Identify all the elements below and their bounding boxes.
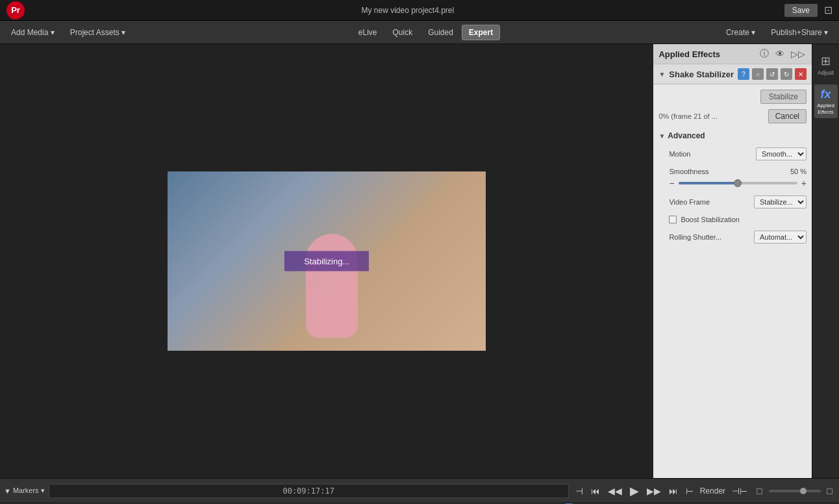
ae-eye-icon[interactable]: 👁 (774, 49, 786, 59)
ae-smoothness-slider[interactable] (679, 182, 797, 184)
fx-label: Applied Effects (814, 103, 838, 115)
timeline-expand-icon[interactable]: □ (825, 485, 835, 498)
markers-label: Markers ▾ (13, 486, 45, 495)
preview-image: Stabilizing... (168, 171, 486, 351)
ae-refresh-icon[interactable]: ↻ (781, 68, 792, 80)
add-media-button[interactable]: Add Media ▾ (4, 25, 62, 40)
ae-slider-thumb[interactable] (734, 179, 742, 187)
ae-rolling-shutter-label: Rolling Shutter... (669, 233, 721, 241)
screen-mode-icon[interactable]: ⊡ (824, 4, 833, 16)
render-area: Render ⊣⊢ □ □ (700, 485, 835, 498)
ae-slider-fill (679, 182, 738, 184)
main-content: Stabilizing... Applied Effects ⓘ 👁 ▷▷ ▼ … (0, 44, 839, 478)
applied-effects-panel-button[interactable]: fx Applied Effects (814, 84, 838, 118)
ae-smoothness-label-row: Smoothness 50 % (669, 168, 807, 175)
ae-rolling-shutter-select[interactable]: Automat... (754, 231, 807, 244)
top-bar-right: Save ⊡ (784, 4, 833, 17)
ae-body: Stabilize 0% (frame 21 of ... Cancel ▼ A… (653, 84, 812, 251)
timeline-section: ▼ Markers ▾ 00:09:17:17 ⊣ ⏮ ◀◀ ▶ ▶▶ ⏭ ⊢ … (0, 478, 839, 504)
timeline-controls: ▼ Markers ▾ 00:09:17:17 ⊣ ⏮ ◀◀ ▶ ▶▶ ⏭ ⊢ … (0, 479, 839, 503)
applied-effects-panel: Applied Effects ⓘ 👁 ▷▷ ▼ Shake Stabilize… (653, 44, 812, 478)
fx-icon: fx (820, 88, 831, 101)
ae-help-icon[interactable]: ? (738, 68, 749, 80)
ae-progress-text: 0% (frame 21 of ... (658, 112, 717, 120)
ae-stabilize-button[interactable]: Stabilize (760, 90, 807, 104)
ae-expand-icon[interactable]: ▷▷ (790, 49, 807, 59)
ae-effect-icons: ? ○ ↺ ↻ ✕ (738, 68, 807, 80)
ae-cancel-button[interactable]: Cancel (768, 109, 807, 123)
frame-forward-button[interactable]: ▶▶ (644, 485, 664, 498)
ae-effect-name: Shake Stabilizer (669, 69, 734, 79)
markers-arrow-icon: ▼ (4, 487, 11, 495)
elive-button[interactable]: eLive (351, 25, 384, 40)
zoom-thumb[interactable] (800, 488, 807, 494)
ae-advanced-arrow-icon: ▼ (658, 132, 665, 140)
preview-area: Stabilizing... (0, 44, 653, 478)
ae-smoothness-label: Smoothness (669, 168, 708, 175)
app-logo: Pr (6, 1, 25, 19)
ae-motion-row: Motion Smooth... (658, 145, 807, 162)
guided-button[interactable]: Guided (421, 25, 460, 40)
ae-video-frame-label: Video Frame (669, 198, 710, 206)
ae-effect-collapse-icon[interactable]: ▼ (658, 71, 665, 78)
ae-visibility-icon[interactable]: ○ (752, 68, 764, 80)
project-assets-button[interactable]: Project Assets ▾ (63, 25, 132, 40)
render-in-out-icon[interactable]: ⊣⊢ (729, 485, 750, 498)
go-to-in-point-button[interactable]: ⊣ (573, 485, 586, 498)
ae-slider-plus-icon[interactable]: + (801, 178, 807, 188)
create-button[interactable]: Create ▾ (719, 25, 762, 40)
step-forward-button[interactable]: ⏭ (666, 485, 681, 498)
ae-delete-icon[interactable]: ✕ (795, 68, 807, 80)
top-bar: Pr My new video project4.prel Save ⊡ (0, 0, 839, 21)
publish-share-button[interactable]: Publish+Share ▾ (764, 25, 835, 40)
adjust-panel-button[interactable]: ⊞ Adjust (814, 48, 838, 82)
frame-back-button[interactable]: ◀◀ (605, 485, 625, 498)
transport-controls: ⊣ ⏮ ◀◀ ▶ ▶▶ ⏭ ⊢ (573, 483, 696, 499)
step-back-button[interactable]: ⏮ (588, 485, 603, 498)
nav-bar: Add Media ▾ Project Assets ▾ eLive Quick… (0, 21, 839, 44)
ae-slider-row: − + (669, 178, 807, 188)
play-button[interactable]: ▶ (627, 483, 642, 499)
ae-effect-row: ▼ Shake Stabilizer ? ○ ↺ ↻ ✕ (653, 64, 812, 84)
ae-motion-select[interactable]: Smooth... (756, 147, 807, 160)
ae-motion-label: Motion (669, 150, 690, 158)
save-button[interactable]: Save (784, 4, 818, 17)
markers-button[interactable]: ▼ Markers ▾ (4, 486, 45, 495)
ae-header: Applied Effects ⓘ 👁 ▷▷ (653, 44, 812, 64)
ae-video-frame-select[interactable]: Stabilize... (754, 195, 807, 208)
go-to-out-point-button[interactable]: ⊢ (683, 485, 696, 498)
project-title: My new video project4.prel (31, 6, 784, 15)
ae-advanced-header[interactable]: ▼ Advanced (658, 129, 807, 143)
ae-progress-row: 0% (frame 21 of ... Cancel (658, 109, 807, 123)
timeline-time-display[interactable]: 00:09:17:17 (49, 484, 569, 498)
ae-boost-stab-checkbox[interactable] (669, 216, 677, 223)
ae-advanced-label: Advanced (668, 131, 705, 140)
render-label: Render (700, 486, 725, 496)
ae-rolling-shutter-row: Rolling Shutter... Automat... (658, 229, 807, 246)
right-panel-icons: ⊞ Adjust fx Applied Effects (812, 44, 839, 478)
ae-video-frame-row: Video Frame Stabilize... (658, 194, 807, 210)
ae-stabilize-row: Stabilize (658, 90, 807, 104)
ae-boost-stab-row: Boost Stabilization (658, 213, 807, 226)
ae-info-icon[interactable]: ⓘ (758, 48, 770, 60)
expert-button[interactable]: Expert (462, 25, 500, 40)
ae-reset-icon[interactable]: ↺ (766, 68, 778, 80)
preview-figure (306, 234, 358, 338)
ae-boost-stab-label: Boost Stabilization (681, 216, 740, 223)
quick-button[interactable]: Quick (385, 25, 419, 40)
zoom-slider[interactable] (769, 490, 821, 492)
ae-title: Applied Effects (658, 49, 720, 59)
adjust-label: Adjust (818, 69, 834, 76)
ae-slider-minus-icon[interactable]: − (669, 178, 674, 188)
preview-video: Stabilizing... (168, 171, 486, 351)
stabilizing-overlay: Stabilizing... (284, 251, 369, 271)
adjust-icon: ⊞ (821, 54, 831, 68)
ae-smoothness-value: 50 % (790, 168, 807, 175)
ae-smoothness-row: Smoothness 50 % − + (658, 165, 807, 191)
right-panel-wrapper: Applied Effects ⓘ 👁 ▷▷ ▼ Shake Stabilize… (653, 44, 839, 478)
ae-header-icons: ⓘ 👁 ▷▷ (758, 48, 807, 60)
render-square-icon[interactable]: □ (754, 485, 764, 498)
